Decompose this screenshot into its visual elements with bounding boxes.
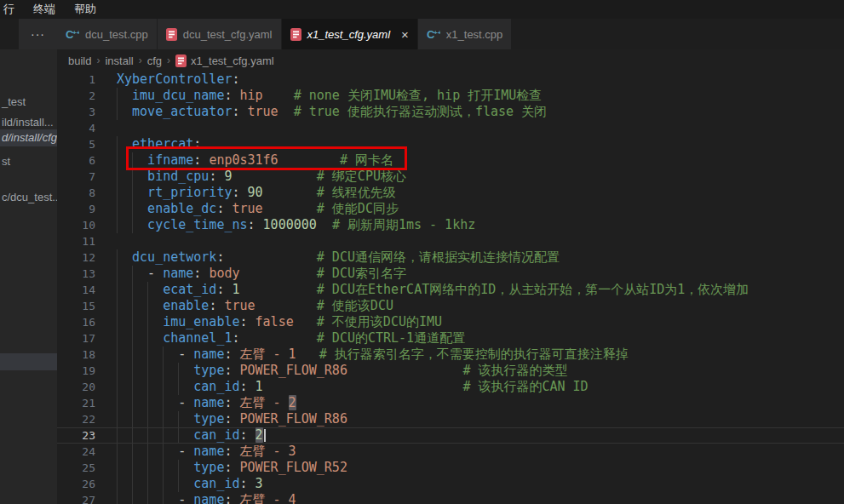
line-number[interactable]: 8: [57, 185, 95, 201]
tab-dcu_test.cpp[interactable]: C++dcu_test.cpp: [57, 19, 158, 49]
code-content[interactable]: cycle_time_ns: 1000000 # 刷新周期1ms - 1khz: [117, 217, 844, 233]
line-number[interactable]: 13: [57, 266, 95, 282]
code-line-1[interactable]: 1XyberController:: [57, 72, 844, 88]
breadcrumb-segment-build[interactable]: build: [68, 54, 91, 67]
code-line-13[interactable]: 13 - name: body # DCU索引名字: [57, 266, 844, 282]
tab-dcu_test_cfg.yaml[interactable]: dcu_test_cfg.yaml: [158, 19, 282, 49]
line-number[interactable]: 1: [57, 72, 95, 88]
code-line-12[interactable]: 12 dcu_network: # DCU通信网络，请根据实机连接情况配置: [57, 249, 844, 266]
code-content[interactable]: type: POWER_FLOW_R86 # 该执行器的类型: [117, 363, 844, 379]
code-content[interactable]: - name: 左臂 - 1 # 执行器索引名字，不需要控制的执行器可直接注释掉: [117, 346, 844, 363]
line-number[interactable]: 19: [57, 363, 95, 379]
line-number[interactable]: 22: [57, 411, 95, 427]
line-number[interactable]: 10: [57, 217, 95, 233]
code-line-7[interactable]: 7 bind_cpu: 9 # 绑定CPU核心: [57, 169, 844, 185]
code-content[interactable]: - name: 左臂 - 4: [117, 492, 844, 504]
line-number[interactable]: 18: [57, 346, 95, 363]
line-number[interactable]: 20: [57, 379, 95, 395]
code-line-4[interactable]: 4: [57, 120, 844, 136]
code-line-21[interactable]: 21 - name: 左臂 - 2: [57, 395, 844, 411]
more-actions-button[interactable]: ···: [19, 19, 57, 49]
code-line-22[interactable]: 22 type: POWER_FLOW_R86: [57, 411, 844, 427]
code-content[interactable]: XyberController:: [117, 72, 844, 88]
code-content[interactable]: [117, 233, 844, 249]
code-line-6[interactable]: 6 ifname: enp0s31f6 # 网卡名: [57, 152, 844, 169]
code-line-16[interactable]: 16 imu_enable: false # 不使用该DCU的IMU: [57, 314, 844, 330]
code-content[interactable]: rt_priority: 90 # 线程优先级: [117, 185, 844, 201]
tab-x1_test.cpp[interactable]: C++x1_test.cpp: [418, 19, 513, 49]
code-line-25[interactable]: 25 type: POWER_FLOW_R52: [57, 460, 844, 476]
code-line-5[interactable]: 5 ethercat:: [57, 136, 844, 152]
code-content[interactable]: move_actuator: true # true 使能执行器运动测试，fla…: [117, 104, 844, 120]
sidebar-item-st[interactable]: st: [0, 153, 57, 170]
code-line-8[interactable]: 8 rt_priority: 90 # 线程优先级: [57, 185, 844, 201]
code-content[interactable]: can_id: 1 # 该执行器的CAN ID: [117, 379, 844, 395]
code-content[interactable]: enable_dc: true # 使能DC同步: [117, 201, 844, 217]
sidebar-item-d/install/cfg[interactable]: d/install/cfg: [0, 129, 57, 146]
code-line-11[interactable]: 11: [57, 233, 844, 249]
code-content[interactable]: enable: true # 使能该DCU: [117, 298, 844, 314]
code-content[interactable]: - name: body # DCU索引名字: [117, 266, 844, 282]
close-icon[interactable]: ×: [401, 28, 409, 41]
code-content[interactable]: imu_enable: false # 不使用该DCU的IMU: [117, 314, 844, 330]
line-number[interactable]: 17: [57, 330, 95, 346]
line-number[interactable]: 27: [57, 492, 95, 504]
code-line-23[interactable]: 23 can_id: 2: [57, 427, 844, 444]
code-line-3[interactable]: 3 move_actuator: true # true 使能执行器运动测试，f…: [57, 104, 844, 120]
code-content[interactable]: bind_cpu: 9 # 绑定CPU核心: [117, 169, 844, 185]
code-line-14[interactable]: 14 ecat_id: 1 # DCU在EtherCAT网络中的ID，从主站开始…: [57, 282, 844, 298]
sidebar-item-_test[interactable]: _test: [0, 94, 57, 111]
code-line-15[interactable]: 15 enable: true # 使能该DCU: [57, 298, 844, 314]
line-number[interactable]: 7: [57, 169, 95, 185]
menu-item-0[interactable]: 行: [0, 0, 24, 19]
line-number[interactable]: 11: [57, 233, 95, 249]
code-line-9[interactable]: 9 enable_dc: true # 使能DC同步: [57, 201, 844, 217]
code-content[interactable]: channel_1: # DCU的CTRL-1通道配置: [117, 330, 844, 346]
sidebar-item-ild/install...[interactable]: ild/install...: [0, 114, 57, 131]
code-line-20[interactable]: 20 can_id: 1 # 该执行器的CAN ID: [57, 379, 844, 395]
code-content[interactable]: ecat_id: 1 # DCU在EtherCAT网络中的ID，从主站开始，第一…: [117, 282, 844, 298]
sidebar-item-empty[interactable]: [0, 353, 57, 370]
code-line-10[interactable]: 10 cycle_time_ns: 1000000 # 刷新周期1ms - 1k…: [57, 217, 844, 233]
line-number[interactable]: 14: [57, 282, 95, 298]
code-content[interactable]: type: POWER_FLOW_R52: [117, 460, 844, 476]
line-number[interactable]: 3: [57, 104, 95, 120]
code-content[interactable]: type: POWER_FLOW_R86: [117, 411, 844, 427]
breadcrumb-segment-install[interactable]: install: [105, 54, 133, 67]
code-content[interactable]: can_id: 3: [117, 476, 844, 492]
menu-item-1[interactable]: 终端: [24, 0, 65, 19]
code-line-19[interactable]: 19 type: POWER_FLOW_R86 # 该执行器的类型: [57, 363, 844, 379]
code-line-24[interactable]: 24 - name: 左臂 - 3: [57, 444, 844, 460]
code-line-18[interactable]: 18 - name: 左臂 - 1 # 执行器索引名字，不需要控制的执行器可直接…: [57, 346, 844, 363]
line-number[interactable]: 4: [57, 120, 95, 136]
code-line-26[interactable]: 26 can_id: 3: [57, 476, 844, 492]
breadcrumb-segment-cfg[interactable]: cfg: [147, 54, 162, 67]
line-number[interactable]: 2: [57, 88, 95, 104]
code-content[interactable]: dcu_network: # DCU通信网络，请根据实机连接情况配置: [117, 249, 844, 266]
tab-x1_test_cfg.yaml[interactable]: x1_test_cfg.yaml×: [282, 19, 418, 49]
line-number[interactable]: 23: [57, 428, 95, 443]
code-line-27[interactable]: 27 - name: 左臂 - 4: [57, 492, 844, 504]
breadcrumb-file[interactable]: x1_test_cfg.yaml: [175, 54, 274, 67]
code-line-2[interactable]: 2 imu_dcu_name: hip # none 关闭IMU检查, hip …: [57, 88, 844, 104]
line-number[interactable]: 21: [57, 395, 95, 411]
code-content[interactable]: [117, 120, 844, 136]
menu-item-2[interactable]: 帮助: [65, 0, 106, 19]
line-number[interactable]: 5: [57, 136, 95, 152]
code-line-17[interactable]: 17 channel_1: # DCU的CTRL-1通道配置: [57, 330, 844, 346]
code-content[interactable]: ifname: enp0s31f6 # 网卡名: [117, 152, 844, 169]
line-number[interactable]: 6: [57, 152, 95, 169]
code-content[interactable]: ethercat:: [117, 136, 844, 152]
code-content[interactable]: imu_dcu_name: hip # none 关闭IMU检查, hip 打开…: [117, 88, 844, 104]
code-content[interactable]: - name: 左臂 - 3: [117, 444, 844, 460]
line-number[interactable]: 26: [57, 476, 95, 492]
line-number[interactable]: 25: [57, 460, 95, 476]
line-number[interactable]: 15: [57, 298, 95, 314]
code-content[interactable]: can_id: 2: [117, 428, 844, 443]
line-number[interactable]: 9: [57, 201, 95, 217]
code-content[interactable]: - name: 左臂 - 2: [117, 395, 844, 411]
line-number[interactable]: 12: [57, 249, 95, 266]
sidebar-item-c/dcu_test...[interactable]: c/dcu_test...: [0, 189, 57, 206]
line-number[interactable]: 24: [57, 444, 95, 460]
line-number[interactable]: 16: [57, 314, 95, 330]
